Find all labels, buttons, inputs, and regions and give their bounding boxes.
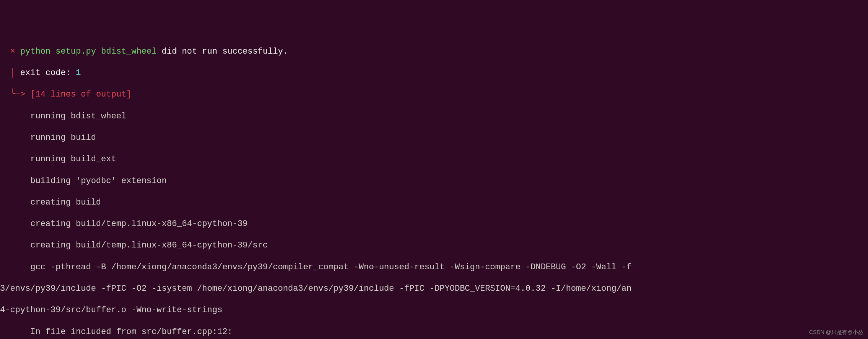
pipe-char: │ xyxy=(10,68,15,78)
output-line: creating build/temp.linux-x86_64-cpython… xyxy=(0,240,868,251)
cmd-setup: setup.py xyxy=(55,47,96,56)
exit-code-line: │ exit code: 1 xyxy=(0,68,868,79)
output-line: running build_ext xyxy=(0,154,868,165)
error-header-line: × python setup.py bdist_wheel did not ru… xyxy=(0,46,868,57)
output-line-wrap: 3/envs/py39/include -fPIC -O2 -isystem /… xyxy=(0,283,868,294)
output-line: creating build/temp.linux-x86_64-cpython… xyxy=(0,219,868,229)
output-line: building 'pyodbc' extension xyxy=(0,176,868,187)
output-line: running bdist_wheel xyxy=(0,111,868,122)
cmd-python: python xyxy=(20,47,51,56)
exit-code-value: 1 xyxy=(76,68,81,78)
error-msg: did not run successfully. xyxy=(157,47,288,56)
output-line: creating build xyxy=(0,197,868,208)
lines-of-output: [14 lines of output] xyxy=(30,90,131,99)
arrow: ╰─> xyxy=(10,90,25,99)
cmd-bdist: bdist_wheel xyxy=(101,47,157,56)
output-line-wrap: 4-cpython-39/src/buffer.o -Wno-write-str… xyxy=(0,305,868,316)
output-line: running build xyxy=(0,133,868,143)
exit-code-label: exit code: xyxy=(20,68,76,78)
watermark: CSDN @只是有点小怂 xyxy=(809,329,863,336)
output-header-line: ╰─> [14 lines of output] xyxy=(0,89,868,100)
output-line: In file included from src/buffer.cpp:12: xyxy=(0,327,868,337)
output-line: gcc -pthread -B /home/xiong/anaconda3/en… xyxy=(0,262,868,273)
x-mark: × xyxy=(10,47,15,56)
